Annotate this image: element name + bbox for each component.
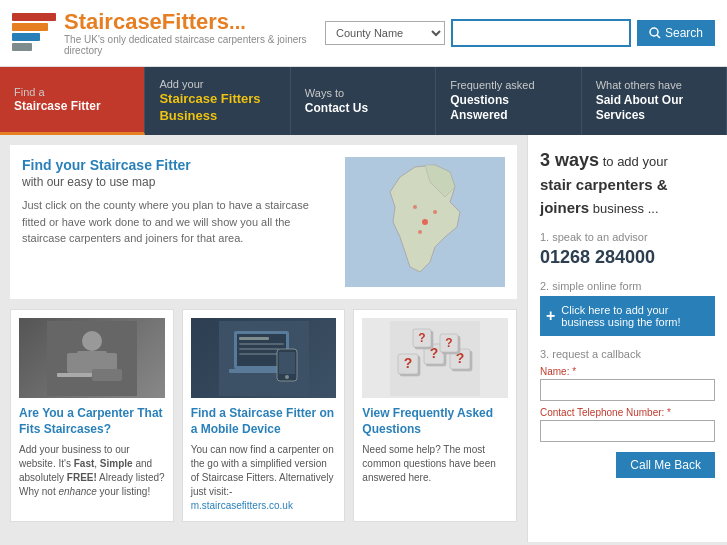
phone-field-label: Contact Telephone Number: *	[540, 407, 715, 418]
nav-faq-line1: Frequently asked	[450, 78, 566, 92]
add-form-button[interactable]: + Click here to add your business using …	[540, 296, 715, 336]
logo-title: StaircaseFitters...	[64, 10, 325, 34]
svg-rect-15	[92, 369, 122, 381]
uk-map-svg	[345, 157, 505, 287]
card-faq-image: ? ? ? ? ?	[362, 318, 508, 398]
phone-number: 01268 284000	[540, 247, 715, 268]
nav-find-line2: Staircase Fitter	[14, 99, 130, 115]
logo-area: StaircaseFitters... The UK's only dedica…	[12, 10, 325, 56]
svg-rect-14	[57, 373, 92, 377]
card-grid: Are You a Carpenter That Fits Staircases…	[10, 309, 517, 522]
ways-number: 3 ways	[540, 150, 599, 170]
mobile-svg	[219, 321, 309, 396]
nav-item-find[interactable]: Find a Staircase Fitter	[0, 67, 145, 135]
right-panel: 3 ways to add your stair carpenters & jo…	[527, 135, 727, 542]
logo-subtitle: The UK's only dedicated staircase carpen…	[64, 34, 325, 56]
call-me-back-button[interactable]: Call Me Back	[616, 452, 715, 478]
name-input[interactable]	[540, 379, 715, 401]
nav-add-line2: Staircase Fitters Business	[159, 91, 275, 125]
step2-section: 2. simple online form + Click here to ad…	[540, 280, 715, 336]
logo-text-area: StaircaseFitters... The UK's only dedica…	[64, 10, 325, 56]
nav-item-faq[interactable]: Frequently asked Questions Answered	[436, 67, 581, 135]
card-carpenter-image	[19, 318, 165, 398]
logo-stripe-gray	[12, 43, 32, 51]
map-section: Find your Staircase Fitter with our easy…	[10, 145, 517, 299]
svg-rect-20	[239, 343, 284, 345]
logo-stripe-blue	[12, 33, 40, 41]
ways-headline-section: 3 ways to add your stair carpenters & jo…	[540, 147, 715, 219]
logo-dots: ...	[229, 11, 246, 33]
phone-input[interactable]	[540, 420, 715, 442]
search-area: County Name Search	[325, 19, 715, 47]
svg-point-7	[433, 210, 437, 214]
svg-rect-19	[239, 337, 269, 340]
search-icon	[649, 27, 661, 39]
card-faq: ? ? ? ? ? View F	[353, 309, 517, 522]
card-mobile: Find a Staircase Fitter on a Mobile Devi…	[182, 309, 346, 522]
svg-point-6	[413, 205, 417, 209]
step2-label: 2. simple online form	[540, 280, 715, 292]
card-mobile-title: Find a Staircase Fitter on a Mobile Devi…	[191, 406, 337, 437]
card-carpenter-title: Are You a Carpenter That Fits Staircases…	[19, 406, 165, 437]
card-carpenter: Are You a Carpenter That Fits Staircases…	[10, 309, 174, 522]
plus-icon: +	[546, 307, 555, 325]
ways-business: business ...	[593, 201, 659, 216]
nav-item-add[interactable]: Add your Staircase Fitters Business	[145, 67, 290, 135]
step1-label: 1. speak to an advisor	[540, 231, 715, 243]
svg-point-5	[422, 219, 428, 225]
phone-required-mark: *	[664, 407, 671, 418]
svg-text:?: ?	[404, 355, 413, 371]
carpenter-svg	[47, 321, 137, 396]
ways-text: to add your	[603, 154, 668, 169]
name-required-mark: *	[569, 366, 576, 377]
svg-text:?: ?	[419, 331, 426, 345]
svg-point-10	[82, 331, 102, 351]
card-mobile-image	[191, 318, 337, 398]
header: StaircaseFitters... The UK's only dedica…	[0, 0, 727, 67]
map-title: Find your Staircase Fitter	[22, 157, 335, 173]
map-text: Find your Staircase Fitter with our easy…	[22, 157, 335, 287]
svg-rect-21	[239, 348, 279, 350]
map-image[interactable]	[345, 157, 505, 287]
svg-point-8	[418, 230, 422, 234]
card-carpenter-body: Add your business to our website. It's F…	[19, 443, 165, 499]
svg-line-1	[657, 35, 660, 38]
nav-item-contact[interactable]: Ways to Contact Us	[291, 67, 436, 135]
name-field-label: Name: *	[540, 366, 715, 377]
county-select[interactable]: County Name	[325, 21, 445, 45]
card-mobile-body: You can now find a carpenter on the go w…	[191, 443, 337, 513]
left-panel: Find your Staircase Fitter with our easy…	[0, 135, 527, 542]
svg-rect-22	[239, 353, 281, 355]
map-subtitle: with our easy to use map	[22, 175, 335, 189]
nav-faq-line2: Questions Answered	[450, 93, 566, 124]
nav-add-line1: Add your	[159, 77, 275, 91]
search-button[interactable]: Search	[637, 20, 715, 46]
nav-contact-line2: Contact Us	[305, 101, 421, 117]
card-faq-body: Need some help? The most common question…	[362, 443, 508, 485]
nav-testimonials-line1: What others have	[596, 78, 712, 92]
map-body: Just click on the county where you plan …	[22, 197, 335, 247]
main-content: Find your Staircase Fitter with our easy…	[0, 135, 727, 542]
svg-text:?: ?	[446, 336, 453, 350]
nav-find-line1: Find a	[14, 85, 130, 99]
step1-section: 1. speak to an advisor 01268 284000	[540, 231, 715, 268]
card-faq-title: View Frequently Asked Questions	[362, 406, 508, 437]
faq-svg: ? ? ? ? ?	[390, 321, 480, 396]
logo-name: StaircaseFitters	[64, 9, 229, 34]
logo-stripe-red	[12, 13, 56, 21]
add-form-label: Click here to add your business using th…	[561, 304, 709, 328]
nav-item-testimonials[interactable]: What others have Said About Our Services	[582, 67, 727, 135]
step3-label: 3. request a callback	[540, 348, 715, 360]
nav-testimonials-line2: Said About Our Services	[596, 93, 712, 124]
logo-icon	[12, 13, 56, 53]
svg-point-26	[285, 375, 289, 379]
logo-stripe-orange	[12, 23, 48, 31]
ways-headline: 3 ways to add your stair carpenters & jo…	[540, 147, 715, 219]
svg-rect-25	[279, 352, 295, 374]
callback-section: 3. request a callback Name: * Contact Te…	[540, 348, 715, 448]
search-label: Search	[665, 26, 703, 40]
main-nav: Find a Staircase Fitter Add your Stairca…	[0, 67, 727, 135]
search-input[interactable]	[451, 19, 631, 47]
nav-contact-line1: Ways to	[305, 86, 421, 100]
mobile-link[interactable]: m.staircasefitters.co.uk	[191, 500, 293, 511]
